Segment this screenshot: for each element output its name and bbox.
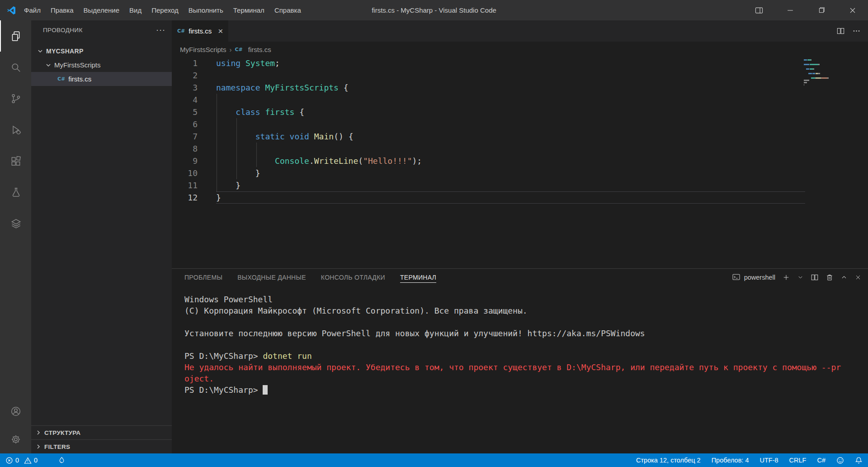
bottom-panel: ПРОБЛЕМЫ ВЫХОДНЫЕ ДАННЫЕ КОНСОЛЬ ОТЛАДКИ…	[172, 268, 868, 453]
menu-go[interactable]: Переход	[146, 0, 184, 20]
eol-sequence[interactable]: CRLF	[789, 457, 807, 464]
extensions-icon[interactable]	[0, 145, 31, 176]
editor-tab-bar: C# firsts.cs ×	[172, 20, 868, 42]
menu-help[interactable]: Справка	[269, 0, 306, 20]
minimize-button[interactable]	[774, 0, 806, 20]
code-line-2[interactable]: 2	[172, 69, 868, 81]
code-line-12[interactable]: 12}	[172, 191, 868, 204]
minimap[interactable]	[804, 59, 844, 86]
tree-file-firsts-cs[interactable]: C# firsts.cs	[31, 72, 172, 86]
split-terminal-icon[interactable]	[811, 273, 819, 281]
split-editor-icon[interactable]	[836, 27, 845, 35]
code-line-7[interactable]: 7 static void Main() {	[172, 130, 868, 143]
breadcrumb-file[interactable]: C# firsts.cs	[235, 46, 271, 53]
code-text: using System;	[216, 57, 805, 69]
editor-more-actions-icon[interactable]	[852, 27, 861, 35]
terminal-line: Не удалось найти выполняемый проект. Убе…	[184, 362, 862, 373]
section-outline[interactable]: СТРУКТУРА	[31, 425, 172, 439]
code-text: Console.WriteLine("Hello!!!");	[216, 155, 805, 167]
section-filters[interactable]: FILTERS	[31, 439, 172, 453]
breadcrumb-folder[interactable]: MyFirstsScripts	[180, 46, 226, 53]
panel-tab-output[interactable]: ВЫХОДНЫЕ ДАННЫЕ	[237, 269, 306, 286]
code-line-9[interactable]: 9 Console.WriteLine("Hello!!!");	[172, 155, 868, 167]
feedback-smiley-icon[interactable]	[836, 457, 844, 464]
flame-status-icon[interactable]	[58, 457, 65, 464]
status-bar: 0 0 Строка 12, столбец 2 Пробелов: 4 UTF…	[0, 453, 868, 467]
language-mode[interactable]: C#	[817, 457, 826, 464]
code-line-1[interactable]: 1using System;	[172, 57, 868, 69]
breadcrumb: MyFirstsScripts › C# firsts.cs	[172, 42, 868, 57]
tree-folder-myfirstsscripts[interactable]: MyFirstsScripts	[31, 58, 172, 72]
layout-toggle-icon[interactable]	[743, 0, 774, 20]
shell-selector[interactable]: powershell	[732, 273, 775, 281]
code-text	[216, 143, 805, 155]
maximize-button[interactable]	[806, 0, 837, 20]
run-debug-icon[interactable]	[0, 114, 31, 145]
code-line-11[interactable]: 11 }	[172, 179, 868, 191]
encoding[interactable]: UTF-8	[760, 457, 778, 464]
chevron-down-icon	[45, 62, 52, 69]
maximize-panel-chevron-icon[interactable]	[840, 274, 848, 281]
code-line-10[interactable]: 10 }	[172, 167, 868, 179]
layers-icon[interactable]	[0, 208, 31, 239]
tree-root-mycsharp[interactable]: MYCSHARP	[31, 44, 172, 58]
status-bar-right: Строка 12, столбец 2 Пробелов: 4 UTF-8 C…	[636, 457, 863, 464]
folder-label: MyFirstsScripts	[54, 61, 101, 69]
chevron-down-icon	[37, 48, 44, 55]
tab-close-icon[interactable]: ×	[218, 27, 223, 35]
kill-terminal-trash-icon[interactable]	[826, 273, 834, 281]
editor-pane: C# firsts.cs × MyFirstsScripts › C# firs…	[172, 20, 868, 268]
editor-actions	[836, 20, 868, 42]
code-line-8[interactable]: 8	[172, 143, 868, 155]
notifications-bell-icon[interactable]	[855, 457, 863, 464]
line-number: 5	[172, 106, 198, 118]
indent-guide	[256, 143, 257, 167]
code-text: namespace MyFirstsScripts {	[216, 81, 805, 94]
warning-count: 0	[34, 457, 38, 464]
panel-tab-debug-console[interactable]: КОНСОЛЬ ОТЛАДКИ	[321, 269, 385, 286]
source-control-icon[interactable]	[0, 83, 31, 114]
shell-label: powershell	[744, 274, 775, 281]
status-bar-left: 0 0	[5, 457, 65, 464]
close-button[interactable]	[837, 0, 868, 20]
csharp-file-icon: C#	[57, 76, 65, 82]
code-text: class firsts {	[216, 106, 805, 118]
terminal-content[interactable]: Windows PowerShell(C) Корпорация Майкрос…	[172, 286, 868, 453]
vscode-logo-icon	[6, 5, 16, 15]
new-terminal-icon[interactable]	[782, 273, 790, 281]
menu-file[interactable]: Файл	[19, 0, 46, 20]
code-line-3[interactable]: 3namespace MyFirstsScripts {	[172, 81, 868, 94]
code-line-6[interactable]: 6	[172, 118, 868, 130]
problems-indicator[interactable]: 0 0	[5, 457, 38, 464]
close-panel-icon[interactable]	[854, 274, 862, 281]
activity-bar	[0, 20, 31, 453]
panel-actions: powershell	[732, 273, 862, 281]
menu-terminal[interactable]: Терминал	[228, 0, 269, 20]
menu-edit[interactable]: Правка	[46, 0, 79, 20]
section-filters-label: FILTERS	[44, 443, 70, 450]
cursor-position[interactable]: Строка 12, столбец 2	[636, 457, 701, 464]
menu-run[interactable]: Выполнить	[184, 0, 228, 20]
launch-profile-chevron-icon[interactable]	[797, 274, 804, 281]
explorer-icon[interactable]	[0, 20, 31, 52]
code-line-4[interactable]: 4	[172, 94, 868, 106]
tab-label: firsts.cs	[189, 27, 212, 35]
code-line-5[interactable]: 5 class firsts {	[172, 106, 868, 118]
root-folder-label: MYCSHARP	[46, 48, 84, 55]
tab-firsts-cs[interactable]: C# firsts.cs ×	[172, 20, 228, 42]
line-number: 1	[172, 57, 198, 69]
chevron-right-icon	[35, 443, 42, 450]
line-number: 12	[172, 191, 198, 204]
menu-selection[interactable]: Выделение	[79, 0, 124, 20]
sidebar-more-actions-icon[interactable]: ···	[156, 28, 165, 32]
menu-view[interactable]: Вид	[124, 0, 146, 20]
code-editor[interactable]: 1using System;23namespace MyFirstsScript…	[172, 57, 868, 268]
account-icon[interactable]	[0, 397, 31, 425]
panel-tab-problems[interactable]: ПРОБЛЕМЫ	[184, 269, 222, 286]
indentation[interactable]: Пробелов: 4	[712, 457, 749, 464]
settings-gear-icon[interactable]	[0, 425, 31, 453]
panel-tab-terminal[interactable]: ТЕРМИНАЛ	[400, 269, 436, 286]
testing-icon[interactable]	[0, 176, 31, 208]
indent-guide	[236, 118, 237, 179]
search-icon[interactable]	[0, 52, 31, 83]
